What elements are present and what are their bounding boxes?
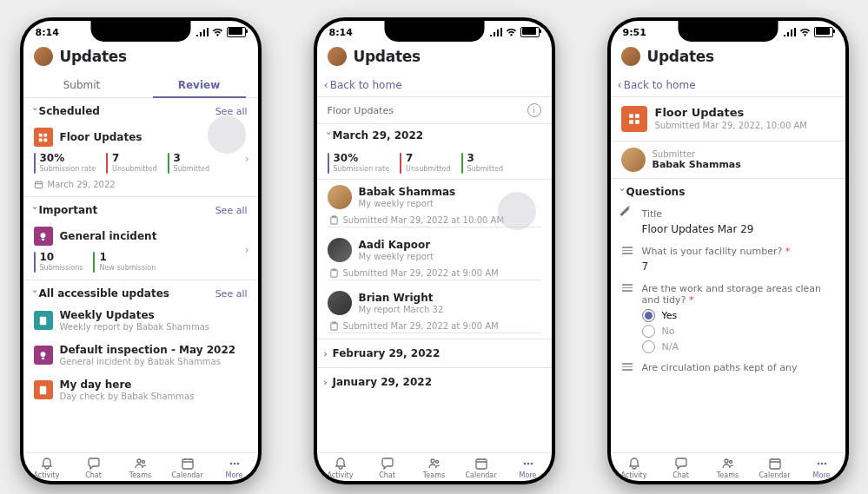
svg-rect-35 xyxy=(770,459,780,469)
battery-icon xyxy=(814,27,833,37)
nav-teams[interactable]: Teams xyxy=(117,457,164,479)
info-icon[interactable]: i xyxy=(527,103,541,117)
see-all-accessible[interactable]: See all xyxy=(215,288,248,300)
nav-activity[interactable]: Activity xyxy=(317,457,364,479)
doc-icon xyxy=(34,380,53,399)
chevron-left-icon: ‹ xyxy=(618,78,622,91)
detail-sub: Submitted Mar 29, 2022, 10:00 AM xyxy=(655,121,807,130)
svg-point-36 xyxy=(817,463,819,465)
card-title: Floor Updates xyxy=(60,131,142,143)
list-item-default-inspection[interactable]: Default inspection - May 2022General inc… xyxy=(23,338,258,372)
svg-point-12 xyxy=(142,461,144,464)
battery-icon xyxy=(520,27,540,37)
text-lines-icon xyxy=(621,246,633,254)
chevron-right-icon: › xyxy=(324,349,333,359)
radio-no[interactable]: No xyxy=(642,325,835,338)
avatar[interactable] xyxy=(621,47,640,66)
svg-rect-6 xyxy=(42,238,44,240)
see-all-important[interactable]: See all xyxy=(215,205,248,216)
q-label: What is your facility number? * xyxy=(642,246,791,257)
bottom-nav: Activity Chat Teams Calendar More xyxy=(611,452,845,481)
metric-rate: 30%Submission rate xyxy=(328,153,390,174)
chevron-down-icon: › xyxy=(323,131,333,140)
tile-icon xyxy=(621,106,647,132)
nav-chat[interactable]: Chat xyxy=(364,457,411,479)
card-general-incident[interactable]: General incident 10Submissions 1New subm… xyxy=(23,220,258,280)
nav-more[interactable]: More xyxy=(798,457,845,479)
clock: 8:14 xyxy=(329,27,353,38)
tabs: Submit Review xyxy=(23,73,258,98)
svg-rect-1 xyxy=(43,133,47,136)
svg-point-38 xyxy=(824,463,826,465)
app-header: Updates xyxy=(611,43,845,73)
nav-chat[interactable]: Chat xyxy=(658,457,705,479)
list-item-myday[interactable]: My day hereDay check by Babak Shammas xyxy=(23,372,258,407)
svg-rect-13 xyxy=(182,459,193,469)
nav-calendar[interactable]: Calendar xyxy=(164,457,211,479)
phone-3: 9:51 Updates ‹ Back to home xyxy=(607,17,849,484)
chevron-left-icon: ‹ xyxy=(324,78,328,91)
nav-calendar[interactable]: Calendar xyxy=(752,457,798,479)
app-header: Updates xyxy=(23,43,258,73)
text-lines-icon xyxy=(621,283,633,292)
nav-activity[interactable]: Activity xyxy=(611,457,658,479)
back-link[interactable]: ‹ Back to home xyxy=(611,73,845,97)
svg-rect-10 xyxy=(40,385,46,393)
back-link[interactable]: ‹ Back to home xyxy=(317,73,552,97)
svg-point-16 xyxy=(236,463,239,465)
avatar[interactable] xyxy=(328,47,347,66)
svg-rect-30 xyxy=(635,114,639,118)
tab-submit[interactable]: Submit xyxy=(23,73,141,97)
signal-icon xyxy=(490,28,502,36)
group-date[interactable]: ›March 29, 2022 xyxy=(317,124,552,145)
nav-teams[interactable]: Teams xyxy=(411,457,458,479)
text-lines-icon xyxy=(621,362,633,371)
bulb-icon xyxy=(34,227,53,246)
metric-subs: 10Submissions xyxy=(34,252,83,273)
svg-point-14 xyxy=(229,463,232,465)
group-feb[interactable]: ›February 29, 2022 xyxy=(317,339,552,367)
entry-aadi[interactable]: Aadi KapoorMy weekly report Submitted Ma… xyxy=(317,233,552,286)
phone-1: 8:14 Updates Submit Review ›Scheduled Se… xyxy=(20,17,262,484)
chevron-right-icon: › xyxy=(245,153,249,165)
svg-point-28 xyxy=(530,463,533,465)
svg-point-8 xyxy=(41,352,46,357)
tab-review[interactable]: Review xyxy=(141,73,258,97)
nav-activity[interactable]: Activity xyxy=(23,457,70,479)
q-value: 7 xyxy=(642,260,835,273)
metric-unsub: 7Unsubmitted xyxy=(106,153,157,174)
group-jan[interactable]: ›January 29, 2022 xyxy=(317,367,552,396)
nav-chat[interactable]: Chat xyxy=(70,457,117,479)
radio-yes[interactable]: Yes xyxy=(642,309,835,322)
svg-rect-25 xyxy=(476,459,487,469)
section-accessible[interactable]: ›All accessible updates See all xyxy=(23,280,258,303)
radio-na[interactable]: N/A xyxy=(642,340,835,353)
avatar xyxy=(328,238,352,262)
section-important[interactable]: ›Important See all xyxy=(23,197,258,220)
svg-rect-9 xyxy=(42,357,44,359)
app-title: Updates xyxy=(60,48,127,65)
section-scheduled[interactable]: ›Scheduled See all xyxy=(23,98,258,121)
nav-calendar[interactable]: Calendar xyxy=(458,457,505,479)
submitter-row: Submitter Babak Shammas xyxy=(611,142,845,179)
avatar[interactable] xyxy=(34,47,53,66)
see-all-scheduled[interactable]: See all xyxy=(215,106,248,117)
wifi-icon xyxy=(799,28,811,36)
signal-icon xyxy=(196,28,209,36)
entry-brian[interactable]: Brian WrightMy report March 32 Submitted… xyxy=(317,286,552,339)
battery-icon xyxy=(227,27,246,37)
card-floor-updates[interactable]: Floor Updates 30%Submission rate 7Unsubm… xyxy=(23,121,258,197)
svg-rect-29 xyxy=(629,114,633,118)
section-questions[interactable]: ›Questions xyxy=(611,179,845,201)
phone-2: 8:14 Updates ‹ Back to home Floor Update… xyxy=(314,17,555,484)
entry-babak[interactable]: Babak ShammasMy weekly report Submitted … xyxy=(317,180,552,233)
nav-more[interactable]: More xyxy=(211,457,258,479)
signal-icon xyxy=(784,28,796,36)
clipboard-icon xyxy=(329,321,339,331)
wifi-icon xyxy=(212,28,223,36)
nav-more[interactable]: More xyxy=(505,457,552,479)
list-item-weekly[interactable]: Weekly UpdatesWeekly report by Babak Sha… xyxy=(23,303,258,338)
metric-newsub: 1New submission xyxy=(93,252,156,273)
nav-teams[interactable]: Teams xyxy=(705,457,752,479)
chevron-right-icon: › xyxy=(324,378,333,387)
